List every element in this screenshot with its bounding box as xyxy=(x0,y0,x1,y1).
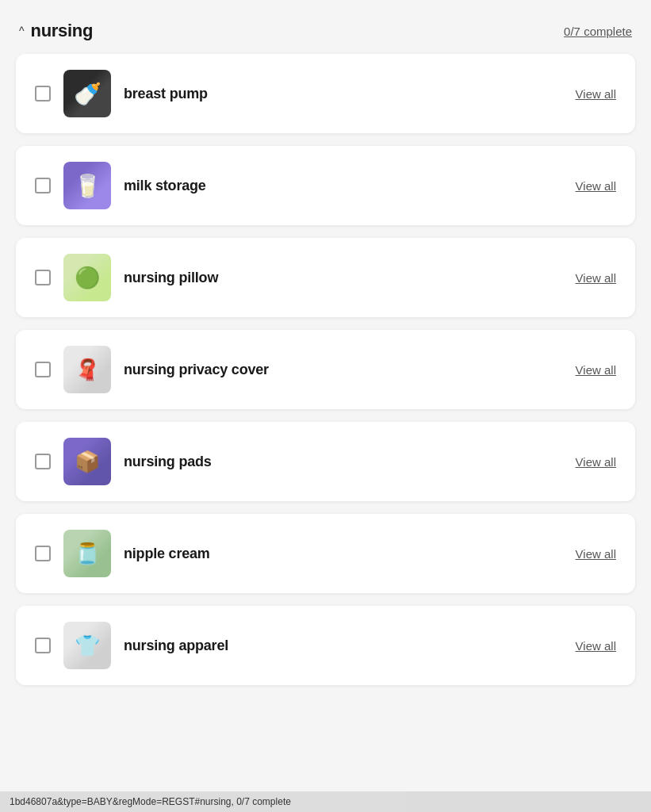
checkbox-nursing-pads[interactable] xyxy=(35,454,51,469)
image-milk-storage xyxy=(63,162,111,209)
label-nursing-apparel: nursing apparel xyxy=(124,638,563,654)
checkbox-nursing-privacy-cover[interactable] xyxy=(35,362,51,377)
section-title-group: ^ nursing xyxy=(19,21,93,41)
image-nursing-apparel xyxy=(63,622,111,669)
label-nipple-cream: nipple cream xyxy=(124,546,563,562)
item-card-nipple-cream: nipple cream View all xyxy=(16,514,635,593)
item-card-nursing-pillow: nursing pillow View all xyxy=(16,238,635,317)
item-card-nursing-apparel: nursing apparel View all xyxy=(16,606,635,685)
items-list: breast pump View all milk storage View a… xyxy=(16,54,635,685)
status-bar-text: 1bd46807a&type=BABY&regMode=REGST#nursin… xyxy=(10,796,291,807)
checkbox-breast-pump[interactable] xyxy=(35,86,51,102)
image-nursing-pads xyxy=(63,438,111,485)
checkbox-nursing-pillow[interactable] xyxy=(35,270,51,285)
item-card-nursing-privacy-cover: nursing privacy cover View all xyxy=(16,330,635,409)
label-nursing-pillow: nursing pillow xyxy=(124,270,563,286)
item-card-milk-storage: milk storage View all xyxy=(16,146,635,225)
chevron-up-icon[interactable]: ^ xyxy=(19,25,25,37)
status-bar: 1bd46807a&type=BABY&regMode=REGST#nursin… xyxy=(0,791,651,812)
view-all-breast-pump[interactable]: View all xyxy=(576,87,616,101)
label-nursing-pads: nursing pads xyxy=(124,454,563,470)
image-breast-pump xyxy=(63,70,111,117)
image-nursing-pillow xyxy=(63,254,111,301)
item-card-nursing-pads: nursing pads View all xyxy=(16,422,635,501)
section-title: nursing xyxy=(31,21,94,41)
view-all-milk-storage[interactable]: View all xyxy=(576,179,616,193)
view-all-nipple-cream[interactable]: View all xyxy=(576,547,616,561)
view-all-nursing-pillow[interactable]: View all xyxy=(576,271,616,285)
section-header: ^ nursing 0/7 complete xyxy=(16,13,635,54)
checkbox-milk-storage[interactable] xyxy=(35,178,51,193)
view-all-nursing-apparel[interactable]: View all xyxy=(576,639,616,653)
view-all-nursing-privacy-cover[interactable]: View all xyxy=(576,363,616,377)
label-nursing-privacy-cover: nursing privacy cover xyxy=(124,362,563,378)
checkbox-nipple-cream[interactable] xyxy=(35,546,51,561)
checkbox-nursing-apparel[interactable] xyxy=(35,638,51,653)
page-container: ^ nursing 0/7 complete breast pump View … xyxy=(0,0,651,698)
image-nursing-privacy-cover xyxy=(63,346,111,393)
completion-status[interactable]: 0/7 complete xyxy=(564,25,632,38)
item-card-breast-pump: breast pump View all xyxy=(16,54,635,133)
label-milk-storage: milk storage xyxy=(124,178,563,194)
image-nipple-cream xyxy=(63,530,111,577)
view-all-nursing-pads[interactable]: View all xyxy=(576,455,616,469)
label-breast-pump: breast pump xyxy=(124,86,563,102)
